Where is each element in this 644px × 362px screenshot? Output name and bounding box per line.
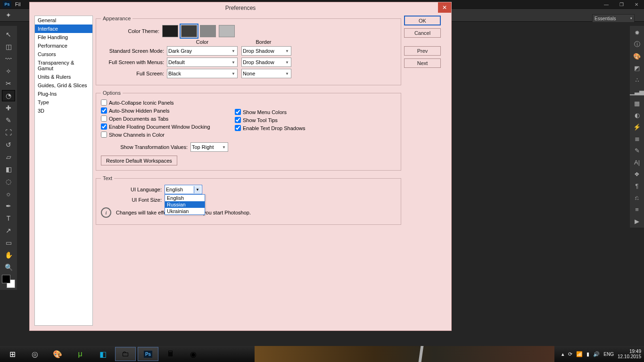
eraser-icon[interactable]: ▱ — [2, 151, 15, 163]
history-brush-icon[interactable]: ↺ — [2, 139, 15, 150]
auto-collapse-check[interactable]: Auto-Collapse Iconic Panels — [101, 99, 223, 106]
move-icon[interactable]: ↖ — [2, 29, 15, 40]
theme-swatch-1[interactable] — [162, 25, 178, 37]
standard-color-select[interactable]: Dark Gray▼ — [167, 46, 238, 56]
dialog-close-button[interactable]: ✕ — [438, 2, 451, 13]
stamp-icon[interactable]: ⛶ — [2, 127, 15, 138]
lang-option-english[interactable]: English — [165, 195, 205, 201]
fg-swatch[interactable] — [2, 275, 10, 283]
close-button[interactable]: ✕ — [629, 0, 644, 8]
transform-values-select[interactable]: Top Right▼ — [190, 142, 228, 152]
brushes-icon[interactable]: ✎ — [631, 145, 643, 156]
nav-performance[interactable]: Performance — [35, 41, 92, 50]
layers-icon[interactable]: ❖ — [631, 169, 643, 179]
marquee-icon[interactable]: ◫ — [2, 41, 15, 52]
info-icon[interactable]: ⓘ — [631, 39, 643, 49]
maximize-button[interactable]: ❐ — [614, 0, 629, 8]
heal-icon[interactable]: ✚ — [2, 102, 15, 114]
color-swatches[interactable] — [2, 275, 15, 288]
crop-icon[interactable]: ✂ — [2, 78, 15, 89]
wand-icon[interactable]: ✧ — [2, 66, 15, 77]
lang-option-ukrainian[interactable]: Ukrainian — [165, 208, 205, 214]
adjust-icon[interactable]: ⛬ — [631, 74, 643, 85]
styles-icon[interactable]: ▦ — [631, 98, 643, 108]
dodge-icon[interactable]: ☼ — [2, 188, 15, 199]
gradient-icon[interactable]: ◧ — [2, 164, 15, 175]
prev-button[interactable]: Prev — [404, 46, 441, 56]
ok-button[interactable]: OK — [404, 16, 441, 25]
menus-border-select[interactable]: Drop Shadow▼ — [241, 58, 291, 67]
type-icon[interactable]: T — [2, 213, 15, 224]
play-icon[interactable]: ▶ — [631, 216, 643, 226]
navigator-icon[interactable]: ✸ — [631, 27, 643, 38]
shape-icon[interactable]: ▭ — [2, 237, 15, 248]
nav-type[interactable]: Type — [35, 98, 92, 107]
tray-chevron-icon[interactable]: ▴ — [561, 351, 564, 357]
menus-color-select[interactable]: Default▼ — [167, 58, 238, 67]
theme-swatch-4[interactable] — [219, 25, 235, 37]
nav-guides[interactable]: Guides, Grid & Slices — [35, 81, 92, 90]
open-tabs-check[interactable]: Open Documents as Tabs — [101, 115, 223, 122]
auto-show-check[interactable]: Auto-Show Hidden Panels — [101, 107, 223, 114]
taskbar-app-calculator[interactable]: 🖩 — [160, 347, 181, 361]
eyedropper-icon[interactable]: ◔ — [2, 90, 15, 101]
nav-transparency[interactable]: Transparency & Gamut — [35, 58, 92, 73]
lasso-icon[interactable]: 〰 — [2, 53, 15, 65]
ui-language-dropdown[interactable]: English Russian Ukrainian — [165, 194, 205, 215]
channels-icon[interactable]: ◐ — [631, 110, 643, 120]
color-icon[interactable]: 🎨 — [631, 51, 643, 61]
blur-icon[interactable]: ◌ — [2, 176, 15, 187]
brush-icon[interactable]: ✎ — [2, 115, 15, 126]
hand-icon[interactable]: ✋ — [2, 249, 15, 261]
paths-icon[interactable]: ⎌ — [631, 192, 643, 203]
tray-sync-icon[interactable]: ⟳ — [568, 351, 572, 357]
menu-colors-check[interactable]: Show Menu Colors — [235, 109, 305, 115]
tray-network-icon[interactable]: 📶 — [576, 351, 583, 357]
standard-border-select[interactable]: Drop Shadow▼ — [241, 46, 291, 56]
nav-3d[interactable]: 3D — [35, 107, 92, 115]
taskbar-app-paint[interactable]: 🎨 — [47, 347, 68, 361]
nav-interface[interactable]: Interface — [35, 25, 92, 33]
character-icon[interactable]: A| — [631, 157, 643, 167]
taskbar-app-browser[interactable]: ◎ — [25, 347, 45, 361]
restore-workspaces-button[interactable]: Restore Default Workspaces — [101, 156, 177, 165]
tray-clock[interactable]: 19:49 12.10.2015 — [618, 349, 641, 359]
lang-option-russian[interactable]: Russian — [165, 201, 205, 208]
paragraph-icon[interactable]: ¶ — [631, 181, 643, 191]
taskbar-app-utorrent[interactable]: μ — [70, 347, 91, 361]
theme-swatch-2[interactable] — [181, 25, 197, 37]
workspace-switcher[interactable]: Essentials ▾ — [592, 14, 635, 23]
taskbar-app-3dsmax[interactable]: ◧ — [92, 347, 113, 361]
swatches-icon[interactable]: ◩ — [631, 63, 643, 73]
pen-icon[interactable]: ✒ — [2, 200, 15, 212]
minimize-button[interactable]: — — [599, 0, 614, 8]
theme-swatch-3[interactable] — [200, 25, 216, 37]
history-icon[interactable]: ≣ — [631, 133, 643, 144]
start-button[interactable]: ⊞ — [2, 347, 23, 361]
path-icon[interactable]: ↗ — [2, 225, 15, 236]
tray-volume-icon[interactable]: 🔊 — [593, 351, 600, 357]
tray-battery-icon[interactable]: ▮ — [586, 351, 589, 357]
nav-general[interactable]: General — [35, 16, 92, 25]
full-color-select[interactable]: Black▼ — [167, 69, 238, 78]
zoom-icon[interactable]: 🔍 — [2, 262, 15, 273]
tooltips-check[interactable]: Show Tool Tips — [235, 117, 305, 123]
nav-file-handling[interactable]: File Handling — [35, 33, 92, 41]
taskbar-app-photoshop[interactable]: Ps — [138, 347, 158, 361]
menu-bar-fragment[interactable]: Fil — [15, 1, 21, 7]
taskbar-app-chrome[interactable]: ◉ — [183, 347, 204, 361]
full-border-select[interactable]: None▼ — [241, 69, 291, 78]
floating-dock-check[interactable]: Enable Floating Document Window Docking — [101, 123, 223, 130]
tray-language[interactable]: ENG — [603, 352, 614, 357]
drop-shadows-check[interactable]: Enable Text Drop Shadows — [235, 125, 305, 131]
histogram-icon[interactable]: ▁▃▅ — [631, 86, 643, 97]
channels-color-check[interactable]: Show Channels in Color — [101, 132, 223, 138]
taskbar-app-explorer[interactable]: 🗀 — [115, 347, 136, 361]
timeline-icon[interactable]: ≡ — [631, 204, 643, 214]
ui-language-select[interactable]: English▼ — [165, 185, 202, 194]
nav-cursors[interactable]: Cursors — [35, 50, 92, 58]
nav-units[interactable]: Units & Rulers — [35, 73, 92, 81]
actions-icon[interactable]: ⚡ — [631, 122, 643, 132]
nav-plugins[interactable]: Plug-Ins — [35, 90, 92, 98]
cancel-button[interactable]: Cancel — [404, 28, 441, 38]
